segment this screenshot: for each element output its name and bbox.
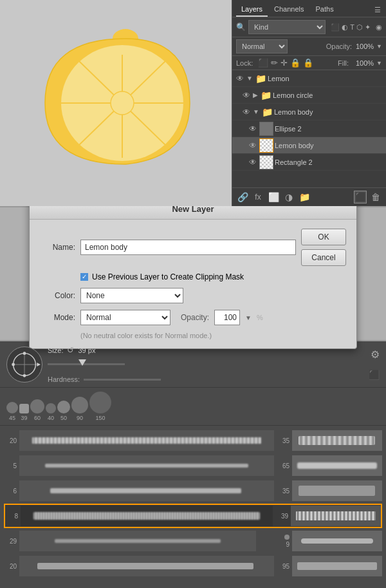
brush-preview-left	[19, 531, 256, 551]
size-slider[interactable]	[48, 357, 363, 370]
new-layer-icon[interactable]: ⬛	[354, 191, 367, 204]
brush-preset-icon[interactable]: 45	[6, 402, 18, 421]
brush-settings-icon[interactable]: ⚙	[371, 348, 380, 361]
kind-row: 🔍 Kind ⬛ ◐ T ⬡ ✦ ◉	[232, 17, 386, 37]
layers-panel: Layers Channels Paths ☰ 🔍 Kind ⬛ ◐ T ⬡ ✦…	[232, 0, 386, 206]
folder-icon: 📁	[255, 73, 266, 84]
color-select[interactable]: None	[80, 288, 183, 303]
adjustment-icon[interactable]: ◑	[282, 191, 295, 204]
tab-layers[interactable]: Layers	[236, 3, 268, 17]
adjustment-filter-icon[interactable]: ◐	[342, 23, 348, 32]
name-input[interactable]	[80, 240, 296, 255]
ok-button[interactable]: OK	[301, 229, 346, 245]
new-layer-dialog: New Layer Name: OK Cancel ✓ Use Previous…	[29, 198, 357, 349]
eye-icon[interactable]: 👁	[248, 157, 258, 167]
brush-size-right: 39	[275, 513, 288, 520]
fill-arrow[interactable]: ▼	[376, 60, 382, 66]
list-item[interactable]: 👁 Lemon body	[232, 137, 386, 154]
folder-icon: 📁	[261, 90, 271, 100]
kind-select[interactable]: Kind	[248, 20, 326, 34]
neutral-color-note: (No neutral color exists for Normal mode…	[40, 332, 346, 339]
brush-preset-icon[interactable]: 60	[30, 399, 44, 421]
type-filter-icon[interactable]: T	[350, 23, 354, 31]
brush-presets-row: 45 39 60 40 50 90 150	[0, 388, 386, 426]
eye-icon[interactable]: 👁	[241, 90, 252, 100]
opacity-arrow[interactable]: ▼	[245, 314, 252, 321]
pixel-filter-icon[interactable]: ⬛	[331, 23, 340, 32]
brush-list-row[interactable]: 20 35	[4, 428, 382, 453]
layer-name: Lemon body	[275, 142, 383, 149]
brush-preset-icon[interactable]: 150	[89, 392, 111, 421]
brush-preset-icon[interactable]: 90	[71, 397, 88, 421]
list-item[interactable]: 👁 Rectangle 2	[232, 154, 386, 171]
brush-size-small: 9	[286, 541, 290, 548]
eye-icon[interactable]: 👁	[241, 107, 252, 117]
list-item[interactable]: 👁 Ellipse 2	[232, 120, 386, 137]
expand-arrow[interactable]: ▼	[246, 75, 253, 82]
mode-select[interactable]: Normal	[236, 39, 288, 53]
filter-toggle[interactable]: ◉	[376, 23, 382, 32]
top-section: Layers Channels Paths ☰ 🔍 Kind ⬛ ◐ T ⬡ ✦…	[0, 0, 386, 206]
smart-filter-icon[interactable]: ✦	[365, 23, 371, 32]
expand-arrow[interactable]: ▶	[253, 91, 258, 99]
lock-artboard-icon[interactable]: 🔒	[290, 58, 300, 68]
brush-list-row[interactable]: 8 39 Dry Brush 1 #2	[4, 504, 382, 528]
brush-preset-size: 39	[21, 415, 27, 421]
tab-channels[interactable]: Channels	[269, 3, 309, 17]
lemon-illustration	[0, 0, 232, 206]
cancel-button[interactable]: Cancel	[301, 249, 346, 266]
expand-arrow[interactable]: ▼	[253, 108, 259, 115]
layer-list: 👁 ▼ 📁 Lemon 👁 ▶ 📁 Lemon circle 👁 ▼ 📁 Lem…	[232, 70, 386, 187]
color-label: Color:	[40, 291, 75, 300]
brush-list-row[interactable]: 6 35	[4, 479, 382, 503]
clipping-mask-checkbox[interactable]: ✓	[80, 273, 88, 281]
layer-effects-icon[interactable]: fx	[252, 191, 264, 204]
mode-select[interactable]: Normal	[80, 310, 170, 325]
group-layers-icon[interactable]: 📁	[298, 191, 311, 204]
tab-paths[interactable]: Paths	[311, 3, 339, 17]
brush-preset-icon[interactable]: 40	[46, 403, 56, 421]
lock-all-icon[interactable]: 🔒	[303, 58, 313, 68]
opacity-input[interactable]	[214, 310, 240, 325]
brush-num: 5	[4, 462, 17, 469]
brush-dot	[284, 535, 290, 540]
lock-transparent-icon[interactable]: ⬛	[258, 58, 268, 68]
brush-preset-icon[interactable]: 50	[57, 401, 70, 421]
size-reset-btn[interactable]: ↺	[67, 345, 74, 355]
brush-size-right: 95	[277, 563, 290, 570]
percent-sign: %	[257, 314, 263, 321]
layers-tabs: Layers Channels Paths ☰	[232, 0, 386, 17]
eye-icon[interactable]: 👁	[248, 140, 258, 151]
brush-list: 20 35 5 65 6 35	[0, 426, 386, 588]
panel-menu-icon[interactable]: ☰	[373, 5, 382, 14]
opacity-arrow[interactable]: ▼	[376, 43, 382, 50]
brush-list-row[interactable]: 5 65	[4, 453, 382, 478]
svg-marker-13	[37, 363, 41, 366]
list-item[interactable]: 👁 ▼ 📁 Lemon body	[232, 104, 386, 120]
brush-list-row[interactable]: 29 9	[4, 529, 382, 553]
mode-opacity-row: Normal Opacity: 100% ▼	[232, 37, 386, 56]
brush-list-row[interactable]: 20 95	[4, 554, 382, 578]
brush-extra-icon[interactable]: ⬛	[369, 370, 380, 380]
delete-layer-icon[interactable]: 🗑	[369, 191, 382, 204]
brush-preset-icon[interactable]: 39	[19, 404, 29, 421]
size-slider-thumb[interactable]	[78, 359, 86, 366]
brush-num: 8	[5, 513, 18, 520]
brush-num: 6	[4, 488, 17, 495]
folder-icon: 📁	[262, 107, 273, 117]
layer-mask-icon[interactable]: ⬜	[267, 191, 280, 204]
link-layers-icon[interactable]: 🔗	[236, 191, 249, 204]
hardness-slider[interactable]	[84, 379, 161, 381]
brush-preview-right	[292, 480, 382, 501]
eye-icon[interactable]: 👁	[248, 124, 258, 134]
shape-filter-icon[interactable]: ⬡	[356, 23, 363, 32]
size-label: Size:	[48, 346, 63, 354]
mode-row: Mode: Normal Opacity: ▼ %	[40, 310, 346, 325]
lock-image-icon[interactable]: ✏	[271, 58, 278, 68]
brush-top-bar: Size: ↺ 39 px Hardness: ⚙ ⬛	[0, 341, 386, 388]
opacity-label: Opacity:	[181, 313, 209, 322]
eye-icon[interactable]: 👁	[235, 73, 245, 84]
list-item[interactable]: 👁 ▼ 📁 Lemon	[232, 70, 386, 87]
list-item[interactable]: 👁 ▶ 📁 Lemon circle	[232, 87, 386, 104]
lock-position-icon[interactable]: ✛	[280, 58, 288, 68]
